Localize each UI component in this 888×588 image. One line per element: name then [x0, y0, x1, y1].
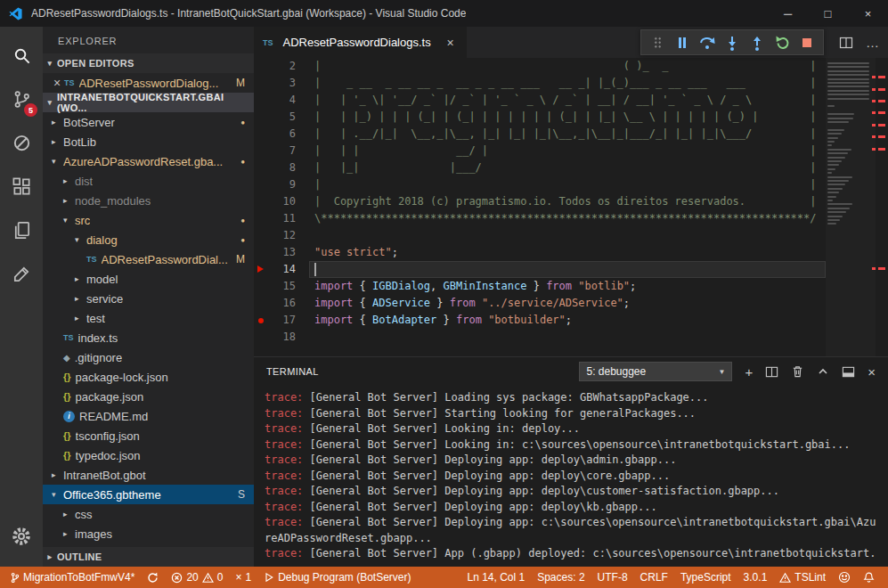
open-editors-label: OPEN EDITORS: [57, 58, 134, 69]
tree-item-src[interactable]: ▾src●: [43, 210, 254, 230]
tree-item-office365-gbtheme[interactable]: ▾Office365.gbthemeS: [43, 485, 254, 504]
close-icon[interactable]: ×: [50, 76, 64, 90]
code-line-4[interactable]: 4| | '_ \| '__/ _` |/ _` | '_ ` _ \ / _`…: [254, 92, 826, 109]
more-actions-icon[interactable]: …: [866, 36, 879, 49]
tree-item-index-ts[interactable]: TSindex.ts: [43, 328, 254, 347]
code-line-12[interactable]: 12: [254, 227, 826, 244]
settings-gear-icon[interactable]: [0, 514, 43, 558]
code-line-7[interactable]: 7| | | __/ | |: [254, 143, 826, 159]
encoding-item[interactable]: UTF-8: [591, 567, 634, 588]
close-panel-icon[interactable]: ×: [868, 365, 876, 379]
git-branch-item[interactable]: MigrationToBotFmwV4*: [4, 567, 141, 588]
indentation-item[interactable]: Spaces: 2: [531, 567, 591, 588]
tree-item-model[interactable]: ▸model: [43, 269, 254, 289]
pause-icon[interactable]: [671, 31, 694, 54]
restart-icon[interactable]: [770, 31, 794, 54]
tree-item-botserver[interactable]: ▸BotServer●: [43, 112, 254, 132]
close-icon[interactable]: ×: [444, 36, 458, 50]
code-line-16[interactable]: 16import { ADService } from "../service/…: [254, 295, 826, 312]
line-number: 14: [254, 261, 309, 278]
step-out-icon[interactable]: [745, 31, 769, 54]
outline-header[interactable]: OUTLINE: [43, 547, 254, 567]
debug-program-item[interactable]: Debug Program (BotServer): [257, 567, 417, 588]
split-editor-icon[interactable]: [839, 36, 853, 50]
tree-item-css[interactable]: ▸css: [43, 504, 254, 524]
code-editor[interactable]: 2| ( )_ _ |3| _ __ _ __ __ _ __ _ _ __ _…: [254, 58, 888, 356]
toggle-panel-icon[interactable]: [842, 365, 855, 379]
tree-item-test[interactable]: ▸test: [43, 308, 254, 328]
feedback-item[interactable]: [832, 567, 857, 588]
version-item[interactable]: 3.0.1: [737, 567, 774, 588]
terminal-select[interactable]: 5: debuggee ▼: [579, 362, 732, 381]
notifications-item[interactable]: [857, 567, 881, 588]
code-line-5[interactable]: 5| | |_) | | | (_| | (_| | | | | | | (_|…: [254, 109, 826, 126]
panel-buttons: +×: [745, 364, 876, 379]
source-control-icon[interactable]: 5: [0, 78, 43, 121]
language-item[interactable]: TypeScript: [674, 567, 737, 588]
code-line-8[interactable]: 8| |_| |___/ |: [254, 159, 826, 176]
extensions-icon[interactable]: [0, 165, 43, 208]
cursor-position-item[interactable]: Ln 14, Col 1: [460, 567, 531, 588]
tree-item-images[interactable]: ▸images: [43, 524, 254, 543]
minimize-button[interactable]: ─: [768, 0, 808, 27]
minimap[interactable]: [826, 58, 876, 356]
tree-item-azureadpasswordreset-gba[interactable]: ▾AzureADPasswordReset.gba...●: [43, 151, 254, 171]
kill-terminal-icon[interactable]: [791, 364, 804, 379]
minimap-line: [827, 118, 853, 119]
code-line-18[interactable]: 18: [254, 329, 826, 346]
maximize-panel-icon[interactable]: [817, 365, 829, 378]
split-terminal-icon[interactable]: [765, 365, 778, 379]
tree-item-intranetbot-gbot[interactable]: ▸IntranetBot.gbot: [43, 465, 254, 485]
tree-item-package-json[interactable]: {}package.json: [43, 387, 254, 406]
code-line-9[interactable]: 9| |: [254, 176, 826, 193]
minimap-line: [827, 219, 840, 221]
log-level-trace: trace:: [265, 422, 303, 435]
tree-item-typedoc-json[interactable]: {}typedoc.json: [43, 445, 254, 465]
tree-item-botlib[interactable]: ▸BotLib: [43, 132, 254, 151]
tree-item-dist[interactable]: ▸dist: [43, 171, 254, 191]
new-terminal-icon[interactable]: +: [745, 365, 753, 379]
code-line-17[interactable]: 17import { BotAdapter } from "botbuilder…: [254, 312, 826, 329]
drag-handle[interactable]: [646, 31, 669, 54]
edit-icon[interactable]: [0, 252, 43, 296]
tree-item-adresetpassworddial[interactable]: TSADResetPasswordDial...M: [43, 249, 254, 269]
code-line-3[interactable]: 3| _ __ _ __ __ _ __ _ _ __ ___ __ _| |_…: [254, 75, 826, 92]
git-modified-badge: M: [236, 77, 254, 89]
eol-item[interactable]: CRLF: [634, 567, 674, 588]
terminal-output[interactable]: trace: [General Bot Server] Loading sys …: [254, 386, 888, 567]
sync-item[interactable]: [141, 567, 165, 588]
tree-item-package-lock-json[interactable]: {}package-lock.json: [43, 367, 254, 387]
code-line-13[interactable]: 13"use strict";: [254, 244, 826, 261]
tab-adresetpassworddialogs-ts[interactable]: TS ADResetPasswordDialogs.ts ×: [254, 27, 468, 58]
search-icon[interactable]: [0, 34, 43, 78]
code-line-2[interactable]: 2| ( )_ _ |: [254, 58, 826, 75]
tree-item-node-modules[interactable]: ▸node_modules: [43, 191, 254, 210]
tree-item-readme-md[interactable]: iREADME.md: [43, 406, 254, 426]
log-level-trace: trace:: [265, 501, 303, 513]
step-over-icon[interactable]: [696, 31, 719, 54]
workspace-header[interactable]: INTRANETBOTQUICKSTART.GBAI (WO...: [43, 93, 254, 112]
tree-item-service[interactable]: ▸service: [43, 289, 254, 308]
code-line-10[interactable]: 10| Copyright 2018 (c) pragmatismo.io. T…: [254, 193, 826, 210]
tab-terminal[interactable]: TERMINAL: [266, 366, 319, 377]
open-editor-item-adresetpassworddialog[interactable]: ×TSADResetPasswordDialog...M: [43, 73, 254, 93]
count-item[interactable]: ×1: [229, 567, 257, 588]
tree-item-tsconfig-json[interactable]: {}tsconfig.json: [43, 426, 254, 445]
error-gutter-mark: [258, 318, 264, 323]
code-line-15[interactable]: 15import { IGBDialog, GBMinInstance } fr…: [254, 278, 826, 295]
tree-item-dialog[interactable]: ▾dialog●: [43, 230, 254, 249]
code-line-6[interactable]: 6| | .__/|_| \__,_|\__, |_| |_| |_|\__,_…: [254, 126, 826, 143]
open-editors-header[interactable]: OPEN EDITORS: [43, 53, 254, 73]
close-button[interactable]: ×: [848, 0, 888, 27]
stop-icon[interactable]: [795, 31, 819, 54]
pages-icon[interactable]: [0, 208, 43, 252]
tree-item-gitignore[interactable]: ◆.gitignore: [43, 347, 254, 367]
step-into-icon[interactable]: [721, 31, 744, 54]
problems-item[interactable]: 200: [165, 567, 229, 588]
circle-slash-icon[interactable]: [0, 121, 43, 165]
maximize-button[interactable]: □: [808, 0, 848, 27]
tslint-item[interactable]: TSLint: [773, 567, 832, 588]
chevron-down-icon: ▾: [75, 235, 86, 244]
code-line-11[interactable]: 11\*************************************…: [254, 210, 826, 227]
code-line-14[interactable]: 14: [254, 261, 826, 278]
